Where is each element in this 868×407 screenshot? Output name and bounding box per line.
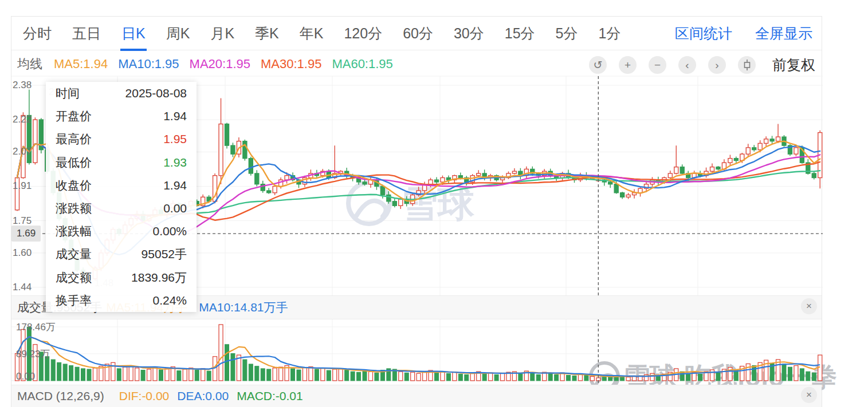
price-axis-label: 1.44 xyxy=(13,282,32,293)
tab-月K[interactable]: 月K xyxy=(210,24,234,43)
tab-5分[interactable]: 5分 xyxy=(556,24,578,43)
volume-axis-label: 0.00 xyxy=(16,371,35,382)
tooltip-row: 成交额1839.96万 xyxy=(56,266,187,289)
tooltip-value: 2025-08-08 xyxy=(125,86,187,100)
chart-controls: ↺+−‹› 前复权 xyxy=(589,56,815,74)
crosshair-tooltip: 时间2025-08-08开盘价1.94最高价1.95最低价1.93收盘价1.94… xyxy=(46,82,197,312)
tooltip-label: 收盘价 xyxy=(56,177,92,193)
tooltip-value: 95052手 xyxy=(142,246,187,262)
tooltip-row: 时间2025-08-08 xyxy=(56,82,187,105)
tooltip-label: 成交量 xyxy=(56,246,92,262)
fullscreen-link[interactable]: 全屏显示 xyxy=(755,24,812,43)
tab-年K[interactable]: 年K xyxy=(300,24,324,43)
volume-axis-label: 178.46万 xyxy=(16,321,56,334)
macd-title: MACD (12,26,9) xyxy=(17,389,104,403)
tab-60分[interactable]: 60分 xyxy=(403,24,433,43)
tooltip-label: 最高价 xyxy=(56,131,92,147)
ma-legend-item: MA30:1.95 xyxy=(261,57,321,72)
pan-right-icon[interactable]: › xyxy=(708,56,726,74)
range-stats-link[interactable]: 区间统计 xyxy=(675,24,732,43)
price-adjust-selector[interactable]: 前复权 xyxy=(772,56,815,74)
undo-icon[interactable]: ↺ xyxy=(589,56,607,74)
tab-15分[interactable]: 15分 xyxy=(505,24,535,43)
ma-legend-item: MA5:1.94 xyxy=(54,57,108,72)
tab-120分[interactable]: 120分 xyxy=(344,24,382,43)
tab-1分[interactable]: 1分 xyxy=(599,24,621,43)
tab-季K[interactable]: 季K xyxy=(255,24,279,43)
tooltip-value: 0.24% xyxy=(152,294,187,307)
zoom-out-icon[interactable]: − xyxy=(649,56,666,74)
volume-ma10-label: MA10:14.81万手 xyxy=(199,299,288,315)
tab-30分[interactable]: 30分 xyxy=(454,24,484,43)
tooltip-value: 1.94 xyxy=(163,109,187,123)
ma-legend-items: MA5:1.94MA10:1.95MA20:1.95MA30:1.95MA60:… xyxy=(54,57,393,72)
crosshair-price-badge: 1.69 xyxy=(11,226,41,242)
price-axis-label: 1.91 xyxy=(13,180,32,192)
period-tabs: 分时五日日K周K月K季K年K120分60分30分15分5分1分 xyxy=(11,24,620,43)
tooltip-label: 时间 xyxy=(56,85,80,101)
macd-panel-header: MACD (12,26,9) DIF:-0.00DEA:0.00MACD:-0.… xyxy=(11,385,822,407)
tooltip-row: 最低价1.93 xyxy=(56,151,187,174)
tooltip-value: 1839.96万 xyxy=(131,270,187,286)
ma-legend-item: MA10:1.95 xyxy=(118,57,179,72)
zoom-in-icon[interactable]: + xyxy=(619,56,637,74)
tabbar-links: 区间统计 全屏显示 xyxy=(675,24,822,43)
tooltip-row: 收盘价1.94 xyxy=(56,174,187,197)
tooltip-row: 开盘价1.94 xyxy=(56,105,187,128)
tooltip-label: 换手率 xyxy=(56,293,92,309)
candle-glyph xyxy=(743,60,751,70)
tooltip-row: 涨跌额0.00 xyxy=(56,197,187,220)
ma-legend-item: MA60:1.95 xyxy=(332,57,392,72)
ma-legend-row: 均线 MA5:1.94MA10:1.95MA20:1.95MA30:1.95MA… xyxy=(17,56,393,73)
macd-legend-item: DEA:0.00 xyxy=(177,389,229,403)
price-axis-label: 2.07 xyxy=(13,146,32,157)
close-volume-panel-button[interactable]: × xyxy=(801,298,817,314)
price-axis-label: 2.38 xyxy=(13,80,32,91)
tooltip-value: 0.00 xyxy=(163,201,187,215)
tab-周K[interactable]: 周K xyxy=(166,24,190,43)
tooltip-value: 1.95 xyxy=(163,132,187,146)
pan-left-icon[interactable]: ‹ xyxy=(678,56,696,74)
tooltip-value: 1.94 xyxy=(163,179,187,192)
tooltip-row: 成交量95052手 xyxy=(56,243,187,266)
tooltip-row: 涨跌幅0.00% xyxy=(56,220,187,243)
price-axis-label: 2.22 xyxy=(13,114,32,125)
macd-legend-item: MACD:-0.01 xyxy=(237,389,303,403)
tooltip-label: 涨跌额 xyxy=(56,200,92,216)
tooltip-label: 开盘价 xyxy=(56,108,92,124)
ma-row-title: 均线 xyxy=(17,56,42,73)
period-tabbar: 分时五日日K周K月K季K年K120分60分30分15分5分1分 区间统计 全屏显… xyxy=(11,17,822,50)
close-macd-panel-button[interactable]: × xyxy=(801,387,817,403)
volume-axis-label: 89.23万 xyxy=(16,347,50,361)
tab-日K[interactable]: 日K xyxy=(121,24,146,43)
tooltip-label: 最低价 xyxy=(56,155,92,171)
tab-分时[interactable]: 分时 xyxy=(23,24,52,43)
tooltip-row: 换手率0.24% xyxy=(56,289,187,312)
price-axis-label: 1.60 xyxy=(13,247,32,259)
tooltip-value: 0.00% xyxy=(152,224,187,238)
tooltip-value: 1.93 xyxy=(163,156,187,169)
price-axis-label: 1.75 xyxy=(13,215,32,227)
ma-legend-item: MA20:1.95 xyxy=(190,57,250,72)
macd-legend-item: DIF:-0.00 xyxy=(119,389,170,403)
macd-legend-items: DIF:-0.00DEA:0.00MACD:-0.01 xyxy=(119,389,303,403)
tooltip-label: 涨跌幅 xyxy=(56,223,92,239)
stock-chart-app: 分时五日日K周K月K季K年K120分60分30分15分5分1分 区间统计 全屏显… xyxy=(0,0,868,407)
tab-五日[interactable]: 五日 xyxy=(72,24,101,43)
control-buttons: ↺+−‹› xyxy=(589,56,756,74)
tooltip-label: 成交额 xyxy=(56,270,92,286)
candle-style-icon[interactable] xyxy=(738,56,756,74)
tooltip-row: 最高价1.95 xyxy=(56,128,187,151)
